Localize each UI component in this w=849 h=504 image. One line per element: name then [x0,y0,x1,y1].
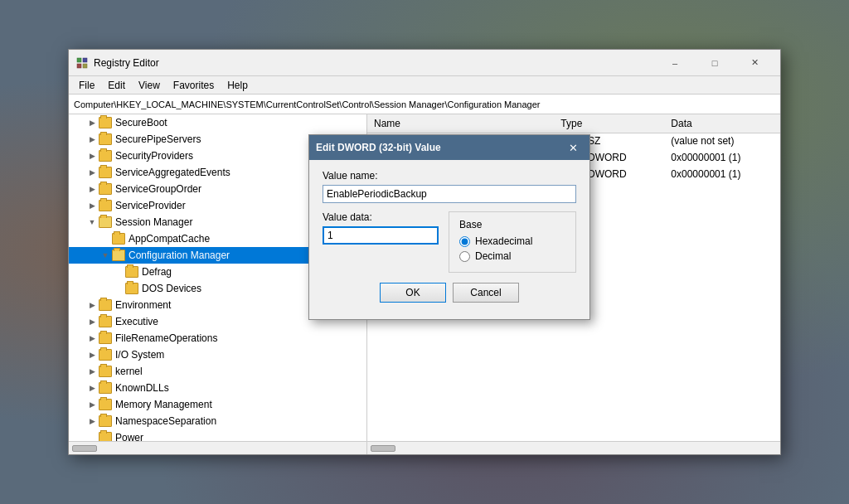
tree-item-iosystem[interactable]: ▶ I/O System [69,346,366,363]
folder-icon [99,150,112,162]
expand-icon[interactable]: ▶ [85,414,99,428]
dialog-title-bar: Edit DWORD (32-bit) Value ✕ [309,135,589,160]
ok-button[interactable]: OK [380,283,446,303]
edit-dword-dialog: Edit DWORD (32-bit) Value ✕ Value name: … [308,134,590,320]
folder-icon [99,299,112,311]
close-button[interactable]: ✕ [735,54,774,72]
row-data: 0x00000001 (1) [664,166,780,182]
expand-icon[interactable]: ▶ [85,149,99,162]
dialog-buttons: OK Cancel [323,283,576,309]
tree-item-filerename[interactable]: ▶ FileRenameOperations [69,330,366,346]
value-data-label: Value data: [323,211,439,223]
radio-decimal-row: Decimal [459,250,565,262]
menu-favorites[interactable]: Favorites [167,78,221,93]
registry-editor-window: Registry Editor – □ ✕ File Edit View Fav… [68,49,781,455]
expand-icon[interactable]: ▶ [85,315,99,328]
expand-icon[interactable]: ▶ [85,381,99,395]
folder-icon [125,266,138,278]
row-data: 0x00000001 (1) [664,149,780,166]
item-label: Configuration Manager [129,250,230,261]
tree-item-memorymgmt[interactable]: ▶ Memory Management [69,396,366,413]
radio-hexadecimal[interactable] [459,236,470,247]
menu-view[interactable]: View [132,78,167,93]
dialog-body: Value name: Value data: Base Hexadecimal [309,160,589,319]
col-data: Data [664,114,780,133]
item-label: I/O System [115,349,164,361]
menu-edit[interactable]: Edit [101,78,132,93]
base-group: Base Hexadecimal Decimal [449,211,576,273]
dialog-close-button[interactable]: ✕ [563,139,583,156]
expand-icon[interactable]: ▶ [85,133,99,146]
item-label: SecurePipeServers [115,133,201,145]
item-label: Memory Management [115,399,212,410]
expand-icon[interactable]: ▼ [99,249,112,262]
item-label: NamespaceSeparation [115,415,216,427]
dialog-title: Edit DWORD (32-bit) Value [316,142,563,153]
folder-icon [99,432,112,441]
maximize-button[interactable]: □ [696,54,734,72]
minimize-button[interactable]: – [656,54,694,72]
row-data: (value not set) [664,133,780,149]
base-label: Base [459,219,565,230]
item-label: Power [115,432,143,441]
value-name-input[interactable] [323,185,576,203]
expand-icon[interactable]: ▼ [85,216,99,229]
folder-icon [99,200,112,211]
folder-icon [99,415,112,427]
tree-item-knowndlls[interactable]: ▶ KnownDLLs [69,380,366,396]
title-bar: Registry Editor – □ ✕ [69,50,780,76]
item-label: Defrag [142,266,172,278]
expand-icon[interactable]: ▶ [85,166,99,179]
expand-icon [112,282,125,295]
expand-icon[interactable]: ▶ [85,365,99,378]
tree-item-namespacesep[interactable]: ▶ NamespaceSeparation [69,413,366,429]
radio-decimal-label: Decimal [475,250,511,262]
item-label: FileRenameOperations [115,332,217,344]
item-label: SecureBoot [115,117,167,128]
col-name: Name [367,114,554,133]
value-data-input[interactable] [323,226,439,245]
expand-icon[interactable]: ▶ [85,199,99,212]
item-label: ServiceGroupOrder [115,183,201,195]
folder-icon [99,349,112,361]
col-type: Type [554,114,664,133]
expand-icon [112,265,125,279]
tree-item-secureboot[interactable]: ▶ SecureBoot [69,114,366,131]
tree-item-power[interactable]: Power [69,429,366,441]
menu-help[interactable]: Help [221,78,255,93]
cancel-button[interactable]: Cancel [453,283,519,303]
value-data-group: Value data: [323,211,439,273]
expand-icon[interactable]: ▶ [85,116,99,129]
expand-icon [99,232,112,245]
value-name-label: Value name: [323,170,576,182]
item-label: kernel [115,366,143,377]
item-label: AppCompatCache [129,233,210,245]
folder-icon [99,366,112,377]
window-title: Registry Editor [94,57,656,69]
folder-icon [99,117,112,128]
window-controls: – □ ✕ [656,54,774,72]
svg-rect-0 [77,58,81,62]
folder-icon [99,399,112,410]
address-bar[interactable]: Computer\HKEY_LOCAL_MACHINE\SYSTEM\Curre… [69,94,780,114]
expand-icon[interactable]: ▶ [85,298,99,312]
tree-item-kernel[interactable]: ▶ kernel [69,363,366,380]
app-icon [75,56,89,70]
folder-icon [99,316,112,327]
expand-icon [85,431,99,441]
expand-icon[interactable]: ▶ [85,182,99,196]
radio-decimal[interactable] [459,251,470,262]
menu-bar: File Edit View Favorites Help [69,76,780,94]
menu-file[interactable]: File [72,78,101,93]
horizontal-scrollbar[interactable] [69,441,780,454]
item-label: ServiceAggregatedEvents [115,167,230,178]
svg-rect-2 [77,64,81,68]
expand-icon[interactable]: ▶ [85,332,99,345]
expand-icon[interactable]: ▶ [85,348,99,361]
folder-icon-open [112,250,125,261]
item-label: ServiceProvider [115,200,186,211]
expand-icon[interactable]: ▶ [85,398,99,411]
item-label: Session Manager [115,216,192,228]
radio-hexadecimal-row: Hexadecimal [459,235,565,247]
dialog-data-row: Value data: Base Hexadecimal Decimal [323,211,576,273]
